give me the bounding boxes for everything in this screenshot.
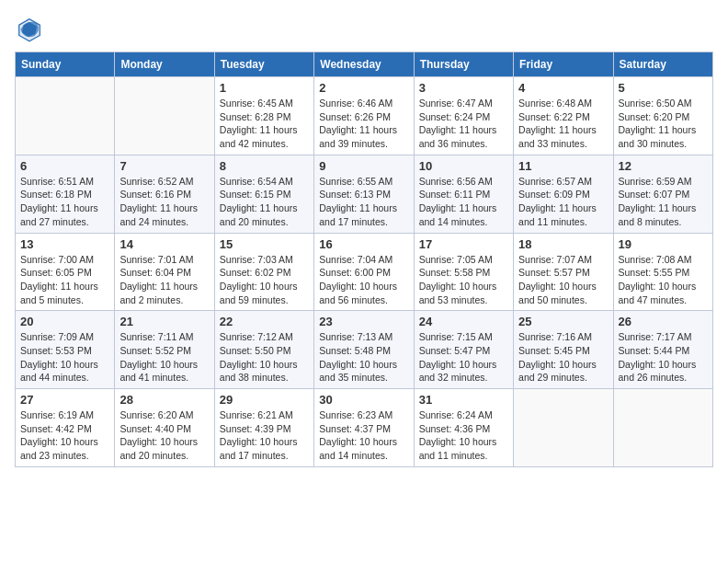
calendar-cell: 7Sunrise: 6:52 AMSunset: 6:16 PMDaylight… — [115, 155, 214, 233]
day-number: 18 — [518, 237, 608, 251]
calendar-header-row: SundayMondayTuesdayWednesdayThursdayFrid… — [16, 52, 713, 77]
calendar-week-row: 13Sunrise: 7:00 AMSunset: 6:05 PMDayligh… — [16, 233, 713, 311]
day-info: Sunrise: 6:48 AMSunset: 6:22 PMDaylight:… — [518, 97, 608, 151]
calendar-cell: 3Sunrise: 6:47 AMSunset: 6:24 PMDaylight… — [414, 77, 513, 155]
calendar-week-row: 1Sunrise: 6:45 AMSunset: 6:28 PMDaylight… — [16, 77, 713, 155]
calendar-cell — [514, 389, 613, 467]
day-number: 26 — [619, 315, 708, 328]
day-info: Sunrise: 7:07 AMSunset: 5:57 PMDaylight:… — [518, 253, 608, 307]
day-number: 15 — [220, 237, 309, 251]
calendar-cell: 30Sunrise: 6:23 AMSunset: 4:37 PMDayligh… — [314, 389, 414, 467]
day-info: Sunrise: 6:24 AMSunset: 4:36 PMDaylight:… — [419, 408, 508, 463]
day-number: 2 — [319, 81, 408, 95]
day-info: Sunrise: 6:19 AMSunset: 4:42 PMDaylight:… — [20, 408, 109, 463]
calendar-cell: 31Sunrise: 6:24 AMSunset: 4:36 PMDayligh… — [414, 389, 513, 467]
day-number: 28 — [119, 393, 209, 407]
calendar-cell: 20Sunrise: 7:09 AMSunset: 5:53 PMDayligh… — [16, 311, 115, 389]
day-info: Sunrise: 6:52 AMSunset: 6:16 PMDaylight:… — [119, 175, 209, 229]
day-number: 16 — [319, 237, 408, 251]
day-number: 4 — [518, 81, 608, 95]
logo — [15, 15, 48, 44]
day-info: Sunrise: 7:05 AMSunset: 5:58 PMDaylight:… — [419, 253, 508, 307]
day-number: 9 — [319, 159, 408, 173]
day-info: Sunrise: 6:57 AMSunset: 6:09 PMDaylight:… — [518, 175, 608, 229]
day-info: Sunrise: 6:56 AMSunset: 6:11 PMDaylight:… — [419, 175, 508, 229]
calendar-cell: 14Sunrise: 7:01 AMSunset: 6:04 PMDayligh… — [115, 233, 214, 311]
calendar-cell: 19Sunrise: 7:08 AMSunset: 5:55 PMDayligh… — [613, 233, 712, 311]
calendar-cell: 25Sunrise: 7:16 AMSunset: 5:45 PMDayligh… — [514, 311, 613, 389]
col-header-wednesday: Wednesday — [314, 52, 414, 77]
calendar-week-row: 20Sunrise: 7:09 AMSunset: 5:53 PMDayligh… — [16, 311, 713, 389]
calendar-table: SundayMondayTuesdayWednesdayThursdayFrid… — [15, 52, 713, 467]
day-number: 14 — [119, 237, 209, 251]
calendar-cell: 23Sunrise: 7:13 AMSunset: 5:48 PMDayligh… — [314, 311, 414, 389]
calendar-week-row: 27Sunrise: 6:19 AMSunset: 4:42 PMDayligh… — [16, 389, 713, 467]
calendar-cell: 12Sunrise: 6:59 AMSunset: 6:07 PMDayligh… — [613, 155, 712, 233]
day-number: 25 — [518, 315, 608, 328]
col-header-sunday: Sunday — [16, 52, 115, 77]
day-number: 12 — [619, 159, 708, 173]
col-header-monday: Monday — [115, 52, 214, 77]
day-number: 21 — [119, 315, 209, 328]
day-number: 13 — [20, 237, 109, 251]
col-header-friday: Friday — [514, 52, 613, 77]
day-info: Sunrise: 7:09 AMSunset: 5:53 PMDaylight:… — [20, 330, 109, 385]
day-number: 5 — [619, 81, 708, 95]
calendar-cell: 2Sunrise: 6:46 AMSunset: 6:26 PMDaylight… — [314, 77, 414, 155]
calendar-week-row: 6Sunrise: 6:51 AMSunset: 6:18 PMDaylight… — [16, 155, 713, 233]
day-number: 3 — [419, 81, 508, 95]
day-number: 8 — [220, 159, 309, 173]
day-number: 11 — [518, 159, 608, 173]
calendar-cell: 6Sunrise: 6:51 AMSunset: 6:18 PMDaylight… — [16, 155, 115, 233]
day-number: 27 — [20, 393, 109, 407]
col-header-saturday: Saturday — [613, 52, 712, 77]
calendar-cell: 1Sunrise: 6:45 AMSunset: 6:28 PMDaylight… — [214, 77, 313, 155]
day-info: Sunrise: 6:46 AMSunset: 6:26 PMDaylight:… — [319, 97, 408, 151]
day-info: Sunrise: 6:55 AMSunset: 6:13 PMDaylight:… — [319, 175, 408, 229]
calendar-cell: 18Sunrise: 7:07 AMSunset: 5:57 PMDayligh… — [514, 233, 613, 311]
calendar-cell: 13Sunrise: 7:00 AMSunset: 6:05 PMDayligh… — [16, 233, 115, 311]
day-info: Sunrise: 6:47 AMSunset: 6:24 PMDaylight:… — [419, 97, 508, 151]
day-info: Sunrise: 6:51 AMSunset: 6:18 PMDaylight:… — [20, 175, 109, 229]
day-info: Sunrise: 6:20 AMSunset: 4:40 PMDaylight:… — [119, 408, 209, 463]
calendar-cell: 15Sunrise: 7:03 AMSunset: 6:02 PMDayligh… — [214, 233, 313, 311]
day-info: Sunrise: 6:23 AMSunset: 4:37 PMDaylight:… — [319, 408, 408, 463]
calendar-cell — [115, 77, 214, 155]
day-number: 22 — [220, 315, 309, 328]
col-header-thursday: Thursday — [414, 52, 513, 77]
logo-icon — [15, 15, 44, 44]
day-number: 30 — [319, 393, 408, 407]
day-info: Sunrise: 7:01 AMSunset: 6:04 PMDaylight:… — [119, 253, 209, 307]
day-number: 23 — [319, 315, 408, 328]
day-info: Sunrise: 6:59 AMSunset: 6:07 PMDaylight:… — [619, 175, 708, 229]
calendar-cell: 22Sunrise: 7:12 AMSunset: 5:50 PMDayligh… — [214, 311, 313, 389]
day-info: Sunrise: 7:04 AMSunset: 6:00 PMDaylight:… — [319, 253, 408, 307]
calendar-cell: 26Sunrise: 7:17 AMSunset: 5:44 PMDayligh… — [613, 311, 712, 389]
calendar-cell: 21Sunrise: 7:11 AMSunset: 5:52 PMDayligh… — [115, 311, 214, 389]
calendar-cell: 5Sunrise: 6:50 AMSunset: 6:20 PMDaylight… — [613, 77, 712, 155]
calendar-cell: 8Sunrise: 6:54 AMSunset: 6:15 PMDaylight… — [214, 155, 313, 233]
day-number: 19 — [619, 237, 708, 251]
day-number: 31 — [419, 393, 508, 407]
day-info: Sunrise: 7:12 AMSunset: 5:50 PMDaylight:… — [220, 330, 309, 385]
calendar-cell: 16Sunrise: 7:04 AMSunset: 6:00 PMDayligh… — [314, 233, 414, 311]
calendar-cell: 17Sunrise: 7:05 AMSunset: 5:58 PMDayligh… — [414, 233, 513, 311]
day-number: 20 — [20, 315, 109, 328]
calendar-cell — [613, 389, 712, 467]
calendar-cell: 29Sunrise: 6:21 AMSunset: 4:39 PMDayligh… — [214, 389, 313, 467]
col-header-tuesday: Tuesday — [214, 52, 313, 77]
day-number: 1 — [220, 81, 309, 95]
calendar-cell: 24Sunrise: 7:15 AMSunset: 5:47 PMDayligh… — [414, 311, 513, 389]
day-info: Sunrise: 7:03 AMSunset: 6:02 PMDaylight:… — [220, 253, 309, 307]
day-info: Sunrise: 7:16 AMSunset: 5:45 PMDaylight:… — [518, 330, 608, 385]
calendar-cell: 10Sunrise: 6:56 AMSunset: 6:11 PMDayligh… — [414, 155, 513, 233]
day-number: 29 — [220, 393, 309, 407]
day-info: Sunrise: 7:17 AMSunset: 5:44 PMDaylight:… — [619, 330, 708, 385]
page-header — [15, 15, 713, 44]
day-info: Sunrise: 6:50 AMSunset: 6:20 PMDaylight:… — [619, 97, 708, 151]
calendar-cell: 9Sunrise: 6:55 AMSunset: 6:13 PMDaylight… — [314, 155, 414, 233]
day-info: Sunrise: 7:00 AMSunset: 6:05 PMDaylight:… — [20, 253, 109, 307]
day-info: Sunrise: 6:45 AMSunset: 6:28 PMDaylight:… — [220, 97, 309, 151]
day-info: Sunrise: 7:08 AMSunset: 5:55 PMDaylight:… — [619, 253, 708, 307]
calendar-cell: 27Sunrise: 6:19 AMSunset: 4:42 PMDayligh… — [16, 389, 115, 467]
